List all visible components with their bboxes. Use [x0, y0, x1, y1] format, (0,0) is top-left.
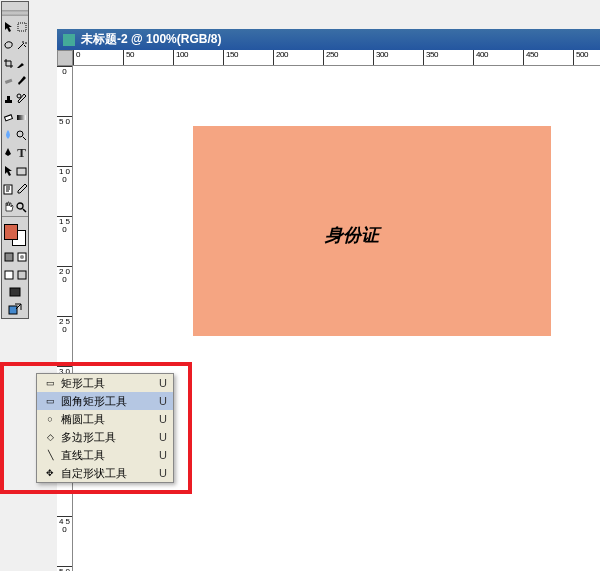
window-title: 未标题-2 @ 100%(RGB/8) [81, 31, 221, 48]
ruler-tick: 500 [573, 50, 600, 66]
shape-icon: ○ [43, 414, 57, 424]
flyout-shortcut: U [159, 395, 167, 407]
screenmode-standard[interactable] [2, 248, 15, 266]
foreground-color[interactable] [4, 224, 18, 240]
path-select-tool[interactable] [2, 162, 15, 180]
ruler-tick: 4 5 0 [57, 516, 72, 566]
shape-icon: ◇ [43, 432, 57, 442]
flyout-label: 自定形状工具 [61, 466, 159, 481]
ruler-tick: 450 [523, 50, 573, 66]
ruler-tick: 0 [73, 50, 123, 66]
toolbox-divider [2, 216, 28, 222]
ruler-tick: 300 [373, 50, 423, 66]
screenmode-b[interactable] [15, 266, 28, 284]
blur-tool[interactable] [2, 126, 15, 144]
crop-tool[interactable] [2, 54, 15, 72]
pen-tool[interactable] [2, 144, 15, 162]
heal-tool[interactable] [2, 72, 15, 90]
svg-rect-0 [18, 23, 26, 31]
flyout-item[interactable]: ╲直线工具U [37, 446, 173, 464]
ruler-tick: 1 5 0 [57, 216, 72, 266]
svg-rect-14 [10, 288, 20, 296]
svg-point-8 [17, 203, 23, 209]
flyout-item[interactable]: ✥自定形状工具U [37, 464, 173, 482]
flyout-label: 圆角矩形工具 [61, 394, 159, 409]
window-icon [63, 34, 75, 46]
svg-rect-1 [5, 78, 13, 83]
ruler-tick: 250 [323, 50, 373, 66]
eraser-tool[interactable] [2, 108, 15, 126]
toolbox: T [1, 1, 29, 319]
svg-point-2 [17, 94, 21, 98]
ruler-tick: 2 0 0 [57, 266, 72, 316]
move-tool[interactable] [2, 18, 15, 36]
svg-rect-4 [17, 115, 26, 120]
flyout-shortcut: U [159, 413, 167, 425]
lasso-tool[interactable] [2, 36, 15, 54]
flyout-shortcut: U [159, 449, 167, 461]
ruler-horizontal[interactable]: 050100150200250300350400450500 [73, 50, 600, 66]
document-window: 未标题-2 @ 100%(RGB/8) 05010015020025030035… [57, 29, 600, 571]
svg-point-11 [20, 255, 24, 259]
eyedropper-tool[interactable] [15, 180, 28, 198]
shape-icon: ▭ [43, 378, 57, 388]
titlebar[interactable]: 未标题-2 @ 100%(RGB/8) [57, 29, 600, 50]
gradient-tool[interactable] [15, 108, 28, 126]
shape-icon: ✥ [43, 468, 57, 478]
type-tool[interactable]: T [15, 144, 28, 162]
marquee-tool[interactable] [15, 18, 28, 36]
color-swatches[interactable] [2, 222, 28, 248]
screenmode-a[interactable] [2, 266, 15, 284]
ruler-tick: 2 5 0 [57, 316, 72, 366]
flyout-label: 直线工具 [61, 448, 159, 463]
ruler-tick: 50 [123, 50, 173, 66]
ruler-tick: 5 0 [57, 116, 72, 166]
dodge-tool[interactable] [15, 126, 28, 144]
shape-tool[interactable] [15, 162, 28, 180]
canvas[interactable]: 身份证 [73, 66, 600, 571]
svg-rect-15 [9, 306, 17, 314]
flyout-label: 椭圆工具 [61, 412, 159, 427]
ruler-tick: 5 0 0 [57, 566, 72, 571]
svg-rect-13 [18, 271, 26, 279]
ruler-tick: 100 [173, 50, 223, 66]
ruler-tick: 150 [223, 50, 273, 66]
canvas-text[interactable]: 身份证 [325, 223, 379, 247]
svg-rect-3 [4, 114, 12, 120]
ruler-tick: 200 [273, 50, 323, 66]
hand-tool[interactable] [2, 198, 15, 216]
svg-rect-12 [5, 271, 13, 279]
flyout-item[interactable]: ▭矩形工具U [37, 374, 173, 392]
screenmode-mask[interactable] [15, 248, 28, 266]
shape-tool-flyout: ▭矩形工具U▭圆角矩形工具U○椭圆工具U◇多边形工具U╲直线工具U✥自定形状工具… [36, 373, 174, 483]
flyout-label: 矩形工具 [61, 376, 159, 391]
notes-tool[interactable] [2, 180, 15, 198]
ruler-tick: 1 0 0 [57, 166, 72, 216]
ruler-tick: 0 [57, 66, 72, 116]
svg-rect-9 [5, 253, 13, 261]
flyout-label: 多边形工具 [61, 430, 159, 445]
wand-tool[interactable] [15, 36, 28, 54]
ruler-tick: 350 [423, 50, 473, 66]
flyout-shortcut: U [159, 431, 167, 443]
shape-icon: ▭ [43, 396, 57, 406]
toolbox-handle[interactable] [2, 10, 28, 16]
history-brush-tool[interactable] [15, 90, 28, 108]
svg-point-5 [17, 131, 23, 137]
flyout-item[interactable]: ▭圆角矩形工具U [37, 392, 173, 410]
svg-rect-6 [17, 168, 26, 175]
shape-icon: ╲ [43, 450, 57, 460]
stamp-tool[interactable] [2, 90, 15, 108]
ruler-vertical[interactable]: 05 01 0 01 5 02 0 02 5 03 0 03 5 04 0 04… [57, 66, 73, 571]
brush-tool[interactable] [15, 72, 28, 90]
flyout-shortcut: U [159, 377, 167, 389]
ruler-corner[interactable] [57, 50, 73, 66]
slice-tool[interactable] [15, 54, 28, 72]
flyout-item[interactable]: ○椭圆工具U [37, 410, 173, 428]
zoom-tool[interactable] [15, 198, 28, 216]
flyout-shortcut: U [159, 467, 167, 479]
flyout-item[interactable]: ◇多边形工具U [37, 428, 173, 446]
jump-to[interactable] [2, 300, 28, 318]
screenmode-c[interactable] [2, 284, 28, 300]
ruler-tick: 400 [473, 50, 523, 66]
